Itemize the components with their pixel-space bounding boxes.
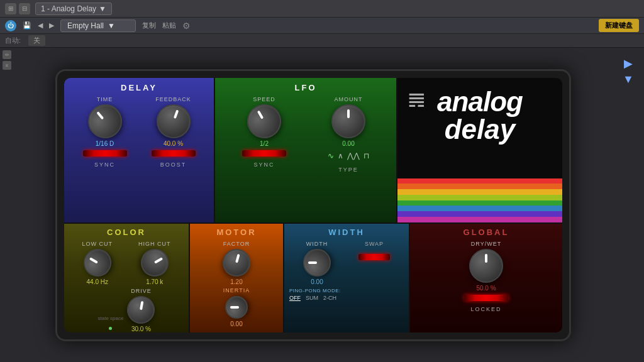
sidebar-icon-1[interactable]: ✏ — [3, 50, 11, 59]
sidebar-icon-2[interactable]: ≡ — [3, 61, 11, 70]
lfo-type-label: TYPE — [338, 167, 358, 173]
plugin-inner: DELAY TIME 1/16 D SYNC FEEDBACK — [64, 78, 562, 332]
delay-time-group: TIME 1/16 D SYNC — [83, 96, 127, 168]
ping-pong-off[interactable]: OFF — [289, 295, 301, 301]
lfo-type-square[interactable]: ⊓ — [364, 151, 369, 160]
main-area: ✏ ≡ DELAY TIME 1/16 D — [0, 48, 644, 362]
ping-pong-sum[interactable]: SUM — [306, 295, 318, 301]
delay-feedback-group: FEEDBACK 40.0 % BOOST — [152, 96, 196, 168]
lfo-speed-value: 1/2 — [260, 140, 269, 147]
logo-text-block: analog delay — [437, 88, 523, 143]
arrow-right[interactable]: ▶ — [49, 21, 54, 30]
global-drywet-group: DRY/WET 50.0 % LOCKED — [464, 241, 508, 312]
motor-factor-knob[interactable] — [219, 246, 253, 280]
logo-line1: analog — [437, 88, 523, 116]
width-panel: WIDTH WIDTH 0.00 SWAP — [284, 222, 410, 332]
paste-button[interactable]: 粘贴 — [162, 21, 176, 30]
rainbow-stripe — [397, 184, 562, 189]
second-bar: ⏻ 💾 ◀ ▶ Empty Hall ▼ 复制 粘贴 ⚙ 新建键盘 — [0, 18, 644, 34]
lfo-type-icons: ∿ ∧ ⋀⋀ ⊓ — [328, 151, 369, 160]
settings-icon[interactable]: ⚙ — [182, 21, 191, 31]
ping-pong-row: PING-PONG MODE: — [289, 288, 404, 293]
rainbow-stripe — [397, 200, 562, 206]
color-title: COLOR — [69, 228, 184, 237]
rainbow-stripe — [397, 189, 562, 195]
analog-delay-plugin: DELAY TIME 1/16 D SYNC FEEDBACK — [55, 69, 571, 341]
motor-factor-group: FACTOR 1.20 INERTIA — [223, 241, 250, 293]
global-drywet-value: 50.0 % — [476, 285, 496, 292]
motor-title: MOTOR — [195, 228, 278, 237]
delay-time-knob[interactable] — [80, 97, 128, 145]
width-title: WIDTH — [289, 228, 404, 237]
lfo-speed-group: SPEED 1/2 SYNC — [242, 96, 286, 168]
lfo-sync-label: SYNC — [253, 162, 274, 168]
top-section: DELAY TIME 1/16 D SYNC FEEDBACK — [64, 78, 562, 222]
lfo-knob-row: SPEED 1/2 SYNC AMOUNT 0.00 — [221, 96, 390, 173]
plugin-wrapper: DELAY TIME 1/16 D SYNC FEEDBACK — [14, 48, 613, 362]
power-button[interactable]: ⏻ — [5, 20, 16, 31]
ping-pong-label: PING-PONG MODE: — [289, 288, 341, 293]
width-swap-led — [358, 254, 390, 260]
ping-pong-2ch[interactable]: 2-CH — [323, 295, 336, 301]
global-drywet-knob[interactable] — [469, 249, 503, 283]
motor-factor-label: FACTOR — [223, 241, 250, 247]
track-dropdown-arrow: ▼ — [99, 4, 106, 13]
top-bar-icons: ⊞ ⊟ — [5, 3, 30, 14]
motor-inertia-value: 0.00 — [230, 321, 242, 327]
width-knob-group: WIDTH 0.00 — [303, 241, 331, 285]
lfo-sync-led — [242, 150, 286, 156]
state-space-label: state space — [98, 315, 124, 321]
lfo-amount-label: AMOUNT — [335, 96, 363, 102]
lfo-type-sine[interactable]: ∿ — [328, 151, 334, 160]
delay-feedback-label: FEEDBACK — [155, 96, 191, 102]
rainbow-stripes — [397, 178, 562, 222]
lfo-speed-label: SPEED — [253, 96, 275, 102]
save-icon[interactable]: 💾 — [23, 21, 31, 30]
global-title: GLOBAL — [415, 228, 557, 237]
width-top-row: WIDTH 0.00 SWAP — [289, 241, 404, 285]
color-lowcut-knob[interactable] — [79, 243, 116, 281]
color-drive-group: DRIVE 30.0 % — [127, 288, 155, 332]
rainbow-stripe — [397, 206, 562, 211]
global-panel: GLOBAL DRY/WET 50.0 % LOCKED — [410, 222, 562, 332]
preset-selector[interactable]: Empty Hall ▼ — [60, 19, 136, 32]
arrow-left[interactable]: ◀ — [38, 21, 43, 30]
motor-inertia-label: INERTIA — [223, 287, 250, 293]
left-sidebar: ✏ ≡ — [0, 48, 14, 362]
top-bar: ⊞ ⊟ 1 - Analog Delay ▼ — [0, 0, 644, 18]
waveform-icon: 𝌇 — [408, 88, 426, 112]
motor-panel: MOTOR FACTOR 1.20 INERTIA 0.00 — [190, 222, 284, 332]
lfo-amount-value: 0.00 — [342, 140, 354, 147]
lfo-panel: LFO SPEED 1/2 SYNC AMOUNT — [215, 78, 397, 222]
bottom-section: COLOR LOW CUT 44.0 Hz HIGH CUT 1.70 k — [64, 222, 562, 332]
copy-button[interactable]: 复制 — [142, 21, 156, 30]
state-space-dot — [109, 327, 112, 330]
logo-panel: 𝌇 analog delay — [397, 78, 562, 222]
color-highcut-knob[interactable] — [136, 243, 174, 281]
lfo-speed-knob[interactable] — [241, 98, 287, 145]
scroll-right-icon[interactable]: ▶ — [624, 57, 633, 70]
track-selector[interactable]: 1 - Analog Delay ▼ — [35, 3, 112, 15]
nav-icon-2[interactable]: ⊟ — [19, 3, 30, 14]
new-keyboard-button[interactable]: 新建键盘 — [599, 19, 639, 32]
width-swap-group: SWAP — [358, 241, 390, 261]
delay-time-led — [83, 150, 127, 156]
width-width-knob[interactable] — [303, 249, 331, 277]
motor-inertia-knob[interactable] — [225, 296, 248, 319]
color-drive-knob[interactable] — [125, 293, 157, 326]
rainbow-stripe — [397, 195, 562, 200]
scroll-down-icon[interactable]: ▼ — [623, 73, 634, 86]
motor-factor-value: 1.20 — [230, 278, 242, 285]
delay-feedback-knob[interactable] — [152, 99, 195, 143]
preset-name: Empty Hall — [67, 21, 104, 30]
lfo-type-tri[interactable]: ∧ — [338, 151, 343, 160]
lfo-amount-knob[interactable] — [331, 104, 365, 138]
color-lowcut-value: 44.0 Hz — [87, 278, 108, 285]
color-highcut-group: HIGH CUT 1.70 k — [138, 241, 171, 285]
motor-knob-row: FACTOR 1.20 INERTIA — [195, 241, 278, 293]
auto-off-button[interactable]: 关 — [28, 35, 45, 46]
nav-icon-1[interactable]: ⊞ — [5, 3, 16, 14]
color-highcut-value: 1.70 k — [146, 278, 163, 285]
lfo-type-saw[interactable]: ⋀⋀ — [347, 151, 360, 160]
motor-inertia-group: 0.00 — [195, 296, 278, 327]
